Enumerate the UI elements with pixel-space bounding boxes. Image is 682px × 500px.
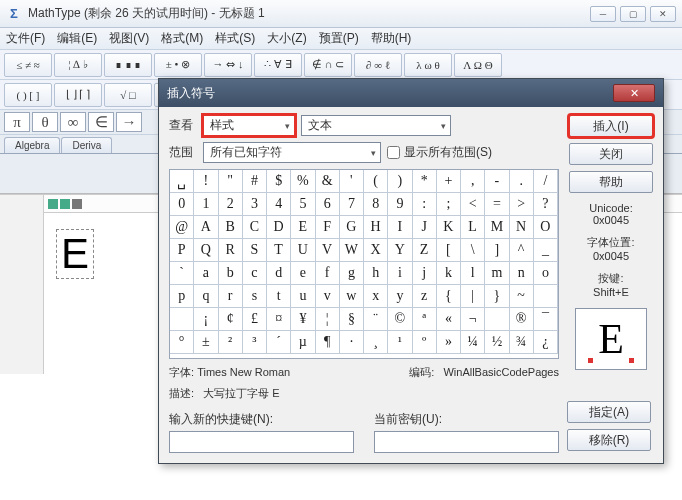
char-cell[interactable]: a bbox=[194, 262, 218, 285]
char-cell[interactable]: · bbox=[340, 331, 364, 354]
char-cell[interactable]: 2 bbox=[219, 193, 243, 216]
char-cell[interactable]: ( bbox=[364, 170, 388, 193]
char-cell[interactable]: L bbox=[461, 216, 485, 239]
char-cell[interactable]: ¡ bbox=[194, 308, 218, 331]
char-cell[interactable]: r bbox=[219, 285, 243, 308]
char-cell[interactable]: D bbox=[267, 216, 291, 239]
char-cell[interactable]: I bbox=[388, 216, 412, 239]
char-cell[interactable]: ¹ bbox=[388, 331, 412, 354]
palette-tab[interactable]: Algebra bbox=[4, 137, 60, 153]
char-cell[interactable]: ¸ bbox=[364, 331, 388, 354]
char-cell[interactable]: O bbox=[534, 216, 558, 239]
char-cell[interactable]: ¦ bbox=[316, 308, 340, 331]
menu-item[interactable]: 帮助(H) bbox=[371, 30, 412, 47]
char-cell[interactable]: y bbox=[388, 285, 412, 308]
char-cell[interactable]: l bbox=[461, 262, 485, 285]
toolbar-button[interactable]: ∴ ∀ ∃ bbox=[254, 53, 302, 77]
char-cell[interactable]: ª bbox=[413, 308, 437, 331]
char-cell[interactable]: j bbox=[413, 262, 437, 285]
char-cell[interactable]: ® bbox=[510, 308, 534, 331]
palette-symbol[interactable]: π bbox=[4, 112, 30, 132]
char-cell[interactable]: d bbox=[267, 262, 291, 285]
char-cell[interactable]: » bbox=[437, 331, 461, 354]
char-cell[interactable]: º bbox=[413, 331, 437, 354]
char-cell[interactable]: ] bbox=[485, 239, 509, 262]
char-cell[interactable]: K bbox=[437, 216, 461, 239]
menu-item[interactable]: 文件(F) bbox=[6, 30, 45, 47]
char-cell[interactable]: : bbox=[413, 193, 437, 216]
char-cell[interactable]: w bbox=[340, 285, 364, 308]
toolbar-button[interactable]: ( ) [ ] bbox=[4, 83, 52, 107]
close-dialog-button[interactable]: 关闭 bbox=[569, 143, 653, 165]
minimize-button[interactable]: ─ bbox=[590, 6, 616, 22]
char-cell[interactable]: J bbox=[413, 216, 437, 239]
char-cell[interactable]: ¨ bbox=[364, 308, 388, 331]
char-cell[interactable]: x bbox=[364, 285, 388, 308]
char-cell[interactable]: 6 bbox=[316, 193, 340, 216]
char-cell[interactable]: k bbox=[437, 262, 461, 285]
char-cell[interactable]: 1 bbox=[194, 193, 218, 216]
char-cell[interactable]: 8 bbox=[364, 193, 388, 216]
char-cell[interactable]: e bbox=[291, 262, 315, 285]
char-cell[interactable] bbox=[170, 308, 194, 331]
help-button[interactable]: 帮助 bbox=[569, 171, 653, 193]
char-cell[interactable]: X bbox=[364, 239, 388, 262]
new-shortcut-input[interactable] bbox=[169, 431, 354, 453]
toolbar-button[interactable]: ± • ⊗ bbox=[154, 53, 202, 77]
char-cell[interactable]: m bbox=[485, 262, 509, 285]
char-cell[interactable]: u bbox=[291, 285, 315, 308]
char-cell[interactable]: + bbox=[437, 170, 461, 193]
menu-item[interactable]: 编辑(E) bbox=[57, 30, 97, 47]
char-cell[interactable]: ¿ bbox=[534, 331, 558, 354]
equation-content[interactable]: E bbox=[56, 229, 94, 279]
char-cell[interactable]: - bbox=[485, 170, 509, 193]
char-cell[interactable]: c bbox=[243, 262, 267, 285]
char-cell[interactable]: 7 bbox=[340, 193, 364, 216]
char-cell[interactable]: W bbox=[340, 239, 364, 262]
char-cell[interactable]: G bbox=[340, 216, 364, 239]
char-cell[interactable]: & bbox=[316, 170, 340, 193]
toolbar-button[interactable]: ∉ ∩ ⊂ bbox=[304, 53, 352, 77]
char-cell[interactable]: Y bbox=[388, 239, 412, 262]
char-cell[interactable]: « bbox=[437, 308, 461, 331]
char-cell[interactable]: $ bbox=[267, 170, 291, 193]
char-cell[interactable]: ! bbox=[194, 170, 218, 193]
char-cell[interactable]: n bbox=[510, 262, 534, 285]
char-cell[interactable]: / bbox=[534, 170, 558, 193]
assign-button[interactable]: 指定(A) bbox=[567, 401, 651, 423]
char-cell[interactable]: 4 bbox=[267, 193, 291, 216]
char-cell[interactable]: F bbox=[316, 216, 340, 239]
close-button[interactable]: ✕ bbox=[650, 6, 676, 22]
menu-item[interactable]: 视图(V) bbox=[109, 30, 149, 47]
char-cell[interactable]: ` bbox=[170, 262, 194, 285]
palette-symbol[interactable]: θ bbox=[32, 112, 58, 132]
dialog-titlebar[interactable]: 插入符号 ✕ bbox=[159, 79, 663, 107]
char-cell[interactable]: ¢ bbox=[219, 308, 243, 331]
char-cell[interactable]: µ bbox=[291, 331, 315, 354]
char-cell[interactable]: ¯ bbox=[534, 308, 558, 331]
char-cell[interactable]: , bbox=[461, 170, 485, 193]
char-cell[interactable]: U bbox=[291, 239, 315, 262]
char-cell[interactable]: E bbox=[291, 216, 315, 239]
show-all-checkbox[interactable]: 显示所有范围(S) bbox=[387, 144, 492, 161]
char-cell[interactable]: ¶ bbox=[316, 331, 340, 354]
char-cell[interactable]: ° bbox=[170, 331, 194, 354]
char-cell[interactable]: q bbox=[194, 285, 218, 308]
char-cell[interactable]: ¥ bbox=[291, 308, 315, 331]
char-cell[interactable]: } bbox=[485, 285, 509, 308]
palette-symbol[interactable]: ∈ bbox=[88, 112, 114, 132]
char-cell[interactable]: f bbox=[316, 262, 340, 285]
char-cell[interactable]: 0 bbox=[170, 193, 194, 216]
char-cell[interactable]: s bbox=[243, 285, 267, 308]
char-cell[interactable]: ~ bbox=[510, 285, 534, 308]
char-cell[interactable]: % bbox=[291, 170, 315, 193]
menu-item[interactable]: 预置(P) bbox=[319, 30, 359, 47]
char-cell[interactable]: ' bbox=[340, 170, 364, 193]
palette-tab[interactable]: Deriva bbox=[61, 137, 112, 153]
current-key-input[interactable] bbox=[374, 431, 559, 453]
char-cell[interactable]: H bbox=[364, 216, 388, 239]
toolbar-button[interactable]: √ □ bbox=[104, 83, 152, 107]
char-cell[interactable]: ¼ bbox=[461, 331, 485, 354]
toolbar-button[interactable]: λ ω θ bbox=[404, 53, 452, 77]
char-cell[interactable]: ½ bbox=[485, 331, 509, 354]
